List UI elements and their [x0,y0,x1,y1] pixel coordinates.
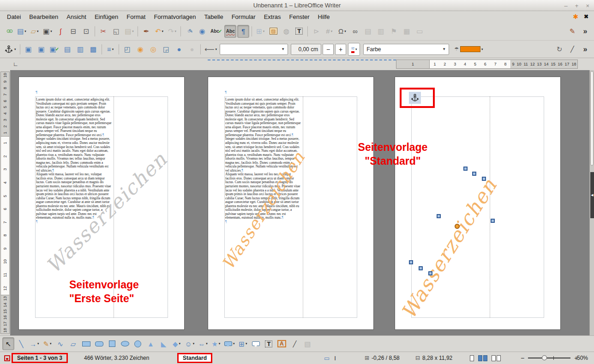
cut-icon[interactable]: ✂ [97,25,109,38]
save-icon[interactable]: ▣ ▾ [42,25,54,38]
word-count[interactable]: 466 Wörter, 3.230 Zeichen [84,355,149,361]
freeform-line-icon[interactable]: ✎ ▾ [42,337,54,350]
stars-icon[interactable]: ★ ▾ [210,337,222,350]
dropdown-arrow-icon[interactable]: ▾ [50,342,52,346]
to-foreground-icon[interactable]: ● [173,43,185,56]
selection-handle[interactable] [437,214,441,218]
open-icon[interactable]: ▱ ▾ [29,25,41,38]
vertical-scrollbar[interactable]: ◀ [589,70,594,335]
line-icon[interactable]: ╲ [15,337,27,350]
selection-handle[interactable] [409,260,413,264]
callouts-icon[interactable]: ▾ [223,337,236,350]
wrap-ideal-icon[interactable]: ▣ [48,43,61,56]
dropdown-arrow-icon[interactable]: ▾ [331,30,333,33]
curve-icon[interactable]: ∿ [54,337,66,350]
multi-page-view-icon[interactable] [478,355,487,361]
dropdown-arrow-icon[interactable]: ▾ [14,48,16,51]
menu-formular[interactable]: Formular [228,12,260,22]
undo-icon[interactable]: ↶ ▾ [153,25,165,38]
dropdown-arrow-icon[interactable]: ▾ [193,342,195,346]
dropdown-arrow-icon[interactable]: ▼ [438,47,446,51]
dropdown-arrow-icon[interactable]: ▾ [481,48,483,51]
wrap-on-icon[interactable]: ▣ [36,43,48,56]
zoom-level[interactable]: 50% [577,355,588,361]
selection-handle[interactable] [482,177,486,181]
selection-mode-icon[interactable]: ▭ [324,355,330,362]
insert-image-icon[interactable]: ▨ [267,25,279,38]
zoom-slider-thumb[interactable] [542,355,547,360]
dropdown-arrow-icon[interactable]: ▾ [355,48,357,51]
dropdown-arrow-icon[interactable]: ▾ [216,48,217,51]
rounded-rectangle-icon[interactable] [93,337,105,350]
dropdown-arrow-icon[interactable]: ▾ [50,30,52,33]
track-changes-icon[interactable]: ✎ [566,25,578,38]
fill-color-icon[interactable]: ☂ ▾ [453,43,484,56]
copy-icon[interactable]: ◱ [110,25,122,38]
basic-shapes-icon[interactable]: ◆ ▾ [171,337,183,350]
dropdown-arrow-icon[interactable]: ▾ [112,48,114,51]
menu-bearbeiten[interactable]: Bearbeiten [25,12,62,22]
toolbar-overflow-icon[interactable]: » [579,43,591,56]
dropdown-arrow-icon[interactable]: ▾ [246,342,247,346]
area-style-select[interactable]: Farbe ▼ [363,44,449,55]
arrow-style-icon[interactable]: ⟵ ▾ [203,43,218,56]
line-style-select[interactable]: ▼ [220,44,288,55]
selection-handle[interactable] [491,219,495,223]
navigator-icon[interactable]: ◉ [196,25,208,38]
block-arrows-icon[interactable]: ⇔ ▾ [197,337,209,350]
print-icon[interactable]: ⊟ [67,25,79,38]
insert-bookmark-icon[interactable]: ⚑ [388,25,400,38]
flowchart-icon[interactable]: ⊞ ▾ [237,337,249,350]
extrusion-icon[interactable]: ▧ [301,337,313,350]
insert-textbox-icon[interactable]: T [293,25,305,38]
horizontal-ruler[interactable]: 1 12345678 9101112131415161718 [396,60,578,69]
rotation-center-handle[interactable] [455,224,460,229]
minimize-button[interactable]: – [564,2,568,9]
dropdown-arrow-icon[interactable]: ▾ [219,342,221,346]
menu-extras[interactable]: Extras [260,12,285,22]
insert-chart-icon[interactable]: ◍ [280,25,292,38]
forward-one-icon[interactable]: ◉ [134,43,146,56]
dropdown-arrow-icon[interactable]: ▾ [263,30,265,33]
selection-handle[interactable] [428,271,432,275]
menu-format[interactable]: Format [122,12,150,22]
symbol-shapes-icon[interactable]: ☺ ▾ [184,337,196,350]
menu-hilfe[interactable]: Hilfe [314,12,334,22]
back-one-icon[interactable]: ◎ [147,43,159,56]
menu-formatvorlagen[interactable]: Formatvorlagen [150,12,200,22]
line-color-icon[interactable]: ≈ ▾ [348,43,360,56]
rotate-icon[interactable]: ↻ [553,43,565,56]
triangle-icon[interactable]: ▲ [145,337,157,350]
scrollbar-thumb[interactable] [590,71,594,166]
page-3[interactable]: Wasserzeichen [395,77,561,330]
dropdown-arrow-icon[interactable]: ▾ [132,30,134,33]
select-icon[interactable]: ↖ [2,337,14,350]
zoom-slider[interactable] [528,358,570,358]
points-icon[interactable]: ╱ [288,337,300,350]
rectangle-icon[interactable] [80,337,92,350]
menu-tabelle[interactable]: Tabelle [200,12,227,22]
insert-hyperlink-icon[interactable]: ∞ [349,25,361,38]
dropdown-arrow-icon[interactable]: ▾ [37,30,39,33]
menu-fenster[interactable]: Fenster [285,12,314,22]
square-icon[interactable] [106,337,118,350]
cursor-position[interactable]: -0,26 / 8,58 [372,355,400,361]
insert-textbox-icon[interactable]: T [263,337,275,350]
auto-spellcheck-icon[interactable]: Abc [224,25,236,38]
show-draw-functions-icon[interactable]: ⊳ [310,25,322,38]
bring-to-front-icon[interactable]: ◰ [121,43,133,56]
toolbar-overflow-icon[interactable]: » [579,25,591,38]
formatting-marks-icon[interactable]: ¶ [237,25,249,38]
menu-einfügen[interactable]: Einfügen [90,12,122,22]
export-pdf-icon[interactable]: ∫ [54,25,66,38]
dropdown-arrow-icon[interactable]: ▾ [162,30,164,33]
callout-icon[interactable] [250,337,262,350]
line-width-input[interactable]: 0,00 cm [291,44,321,55]
selection-handle[interactable] [463,167,468,171]
object-size[interactable]: 8,28 x 11,92 [422,355,452,361]
vertical-ruler[interactable]: 10987654321 123456789101112 131415161718 [0,70,10,335]
close-document-icon[interactable]: ✖ [584,13,588,20]
document-canvas[interactable]: ¶ Wasserzeichen Lorem ipsum dolor sit am… [10,70,589,335]
align-objects-icon[interactable]: ≡ ▾ [104,43,116,56]
menu-ansicht[interactable]: Ansicht [62,12,90,22]
